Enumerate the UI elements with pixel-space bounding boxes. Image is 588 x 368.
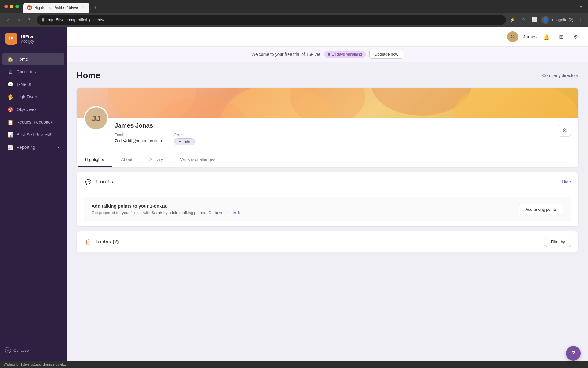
address-bar[interactable]: 🔒 my.15five.com/profile/highlights/	[37, 15, 506, 25]
requestfeedback-icon: 📋	[7, 119, 13, 125]
sidebar-item-label-requestfeedback: Request Feedback	[17, 120, 59, 125]
top-bar: JJ James 🔔 ⊞ ⚙	[67, 27, 588, 47]
incognito-avatar: 👤	[541, 16, 549, 24]
sidebar-bottom: ← Collapse	[0, 340, 67, 361]
support-chat-button[interactable]: ?	[566, 346, 581, 361]
sidebar-item-requestfeedback[interactable]: 📋 Request Feedback	[2, 116, 64, 128]
sidebar: 15 15Five Moodjoy 🏠 Home ☑ Check-ins 💬 1…	[0, 27, 67, 361]
main-content: JJ James 🔔 ⊞ ⚙ Welcome to your free tria…	[67, 27, 588, 361]
trial-banner: Welcome to your free trial of 15Five! 14…	[67, 47, 588, 62]
tab-title: Highlights · Profile · 15Five	[34, 6, 78, 10]
profile-settings-button[interactable]: ⚙	[559, 125, 571, 137]
profile-role-field: Role Admin	[174, 133, 195, 145]
reporting-icon: 📈	[7, 144, 13, 150]
tab-favicon: 15	[27, 5, 32, 10]
one-on-one-heading: Add talking points to your 1-on-1s.	[92, 203, 242, 209]
sidebar-item-label-1on1: 1-on-1s	[17, 82, 59, 87]
profile-name: James Jonas	[115, 122, 571, 129]
profile-tabs: Highlights About Activity Wins & challen…	[77, 153, 578, 167]
one-on-one-title: 💬 1-on-1s	[84, 178, 113, 186]
one-on-one-card: Add talking points to your 1-on-1s. Get …	[84, 197, 571, 221]
trial-badge-dot	[328, 53, 330, 56]
sidebar-item-reporting[interactable]: 📈 Reporting ▾	[2, 141, 64, 153]
profile-avatar-wrap: JJ	[84, 106, 108, 131]
collapse-icon: ←	[5, 347, 11, 353]
sidebar-item-1on1[interactable]: 💬 1-on-1s	[2, 78, 64, 90]
user-avatar: JJ	[507, 31, 518, 42]
sidebar-org-name: Moodjoy	[20, 39, 35, 44]
profile-fields: Email 7ede4ddf@moodjoy.com Role Admin	[115, 133, 571, 145]
todos-header: 📋 To dos (2) Filter by	[77, 231, 578, 253]
role-badge: Admin	[174, 138, 195, 145]
profile-body: JJ James Jonas Email 7ede4ddf@moodjoy.co…	[77, 118, 578, 153]
browser-tab-active[interactable]: 15 Highlights · Profile · 15Five ✕	[23, 3, 89, 13]
window-close[interactable]	[4, 5, 8, 8]
tab-highlights[interactable]: Highlights	[77, 153, 112, 167]
trial-text: Welcome to your free trial of 15Five!	[251, 52, 320, 57]
one-on-one-body-text: Get prepared for your 1-on-1 with Sarah …	[92, 210, 242, 215]
role-label: Role	[174, 133, 195, 137]
settings-button[interactable]: ⚙	[571, 32, 581, 42]
objectives-icon: 🎯	[7, 106, 13, 113]
sidebar-app-name: 15Five	[20, 34, 35, 39]
grid-button[interactable]: ⊞	[556, 32, 566, 42]
sidebar-item-home[interactable]: 🏠 Home	[2, 53, 64, 65]
sidebar-item-label-bestself: Best-Self Review®	[17, 132, 59, 137]
incognito-button[interactable]: 👤 Incognito (2)	[541, 16, 573, 24]
profile-banner	[77, 88, 578, 118]
collapse-button[interactable]: ← Collapse	[5, 345, 62, 356]
new-tab-button[interactable]: +	[91, 3, 100, 12]
sidebar-icon[interactable]: ⬜	[530, 16, 539, 24]
refresh-button[interactable]: ↻	[26, 16, 34, 24]
highfives-icon: 🖐	[7, 94, 13, 100]
one-on-one-icon: 💬	[84, 178, 92, 186]
todos-title-text: To dos (2)	[96, 239, 119, 245]
notifications-button[interactable]: 🔔	[541, 32, 551, 42]
lock-icon: 🔒	[41, 18, 45, 22]
extensions-icon[interactable]: ⚡	[508, 16, 517, 24]
filter-by-button[interactable]: Filter by	[545, 237, 571, 247]
page-header: Home Company directory	[77, 71, 578, 80]
sidebar-item-bestself[interactable]: 📊 Best-Self Review®	[2, 128, 64, 141]
profile-card: JJ James Jonas Email 7ede4ddf@moodjoy.co…	[77, 88, 578, 167]
back-button[interactable]: ‹	[4, 16, 12, 24]
trial-days-label: 14 days remaining	[332, 52, 362, 56]
sidebar-item-highfives[interactable]: 🖐 High Fives	[2, 91, 64, 103]
hide-link[interactable]: Hide	[562, 179, 571, 184]
bookmark-icon[interactable]: ☆	[519, 16, 528, 24]
forward-button[interactable]: ›	[15, 16, 23, 24]
home-icon: 🏠	[7, 56, 13, 62]
todos-title: 📋 To dos (2)	[84, 238, 119, 246]
bestself-icon: 📊	[7, 132, 13, 138]
sidebar-item-objectives[interactable]: 🎯 Objectives	[2, 103, 64, 116]
status-bar: Waiting for 15five.us1app.churnzero.net.…	[0, 361, 588, 368]
app-logo-icon: 15	[5, 33, 17, 45]
one-on-one-title-text: 1-on-1s	[96, 179, 113, 185]
window-minimize[interactable]	[10, 5, 13, 8]
reporting-chevron: ▾	[58, 145, 59, 149]
status-text: Waiting for 15five.us1app.churnzero.net.…	[4, 362, 66, 366]
upgrade-button[interactable]: Upgrade now	[369, 50, 403, 59]
browser-chrome: 15 Highlights · Profile · 15Five ✕ + ≡ ‹…	[0, 0, 588, 27]
sidebar-item-label-home: Home	[17, 57, 59, 62]
sidebar-item-checkins[interactable]: ☑ Check-ins	[2, 66, 64, 78]
tab-activity[interactable]: Activity	[141, 153, 172, 167]
window-maximize[interactable]	[15, 5, 19, 8]
menu-icon[interactable]: ⋮	[576, 16, 584, 24]
checkins-icon: ☑	[7, 69, 13, 75]
page-title: Home	[77, 71, 100, 80]
one-on-one-section: 💬 1-on-1s Hide Add talking points to you…	[77, 172, 578, 226]
tab-about[interactable]: About	[112, 153, 141, 167]
go-to-1on1-link[interactable]: Go to your 1-on-1s	[208, 210, 241, 215]
tab-wins[interactable]: Wins & challenges	[172, 153, 224, 167]
sidebar-item-label-highfives: High Fives	[17, 94, 59, 99]
address-text: my.15five.com/profile/highlights/	[48, 17, 104, 22]
user-name: James	[523, 34, 537, 39]
add-talking-points-button[interactable]: Add talking points	[519, 204, 563, 215]
trial-days-badge: 14 days remaining	[324, 51, 366, 58]
support-chat-icon: ?	[571, 350, 575, 357]
one-on-one-body: Add talking points to your 1-on-1s. Get …	[77, 192, 578, 226]
company-directory-link[interactable]: Company directory	[542, 73, 579, 78]
collapse-label: Collapse	[13, 348, 29, 353]
tab-close-btn[interactable]: ✕	[81, 5, 85, 10]
